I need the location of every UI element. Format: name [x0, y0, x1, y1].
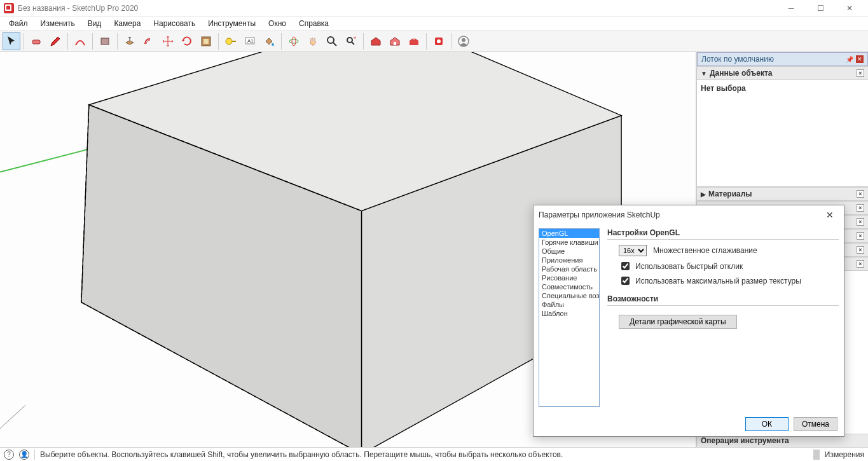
fast-feedback-label: Использовать быстрый отклик: [635, 262, 743, 271]
menu-bar: ФайлИзменитьВидКамераНарисоватьИнструмен…: [0, 17, 868, 31]
svg-rect-2: [101, 38, 109, 45]
fast-feedback-checkbox[interactable]: [621, 262, 630, 270]
svg-point-12: [347, 38, 352, 43]
measurements-label: Измерения: [825, 450, 864, 459]
ok-button[interactable]: ОК: [745, 417, 789, 431]
pref-cat-специальные-возможности[interactable]: Специальные возможности: [539, 291, 599, 300]
panel-close[interactable]: ×: [857, 246, 864, 254]
close-button[interactable]: ✕: [835, 0, 864, 17]
menu-окно[interactable]: Окно: [263, 18, 291, 29]
menu-инструменты[interactable]: Инструменты: [203, 18, 261, 29]
svg-point-9: [289, 39, 298, 43]
chevron-down-icon: ▼: [701, 70, 707, 77]
pref-categories-list[interactable]: OpenGLГорячие клавишиОбщиеПриложенияРабо…: [539, 228, 600, 407]
tool-scale[interactable]: [197, 32, 215, 50]
pin-icon[interactable]: 📌: [846, 56, 853, 63]
svg-point-8: [272, 43, 274, 46]
svg-rect-4: [203, 39, 209, 44]
menu-справка[interactable]: Справка: [294, 18, 334, 29]
maximize-button[interactable]: ☐: [806, 0, 835, 17]
window-title: Без названия - SketchUp Pro 2020: [18, 4, 138, 13]
svg-rect-0: [32, 40, 40, 44]
tool-pushpull[interactable]: [121, 32, 139, 50]
tray-close-button[interactable]: ✕: [856, 55, 864, 63]
pref-cat-файлы[interactable]: Файлы: [539, 300, 599, 309]
menu-файл[interactable]: Файл: [4, 18, 33, 29]
panel-close[interactable]: ×: [857, 260, 864, 268]
title-bar: Без названия - SketchUp Pro 2020 ─ ☐ ✕: [0, 0, 868, 17]
svg-point-5: [226, 38, 232, 45]
tool-zoom[interactable]: [323, 32, 341, 50]
opengl-section-title: Настройки OpenGL: [607, 228, 839, 240]
tool-paint[interactable]: [260, 32, 278, 50]
tray-title-label: Лоток по умолчанию: [701, 55, 774, 64]
app-icon: [4, 3, 14, 13]
panel-entity-label: Данные объекта: [710, 69, 773, 78]
main-toolbar: A1: [0, 31, 868, 52]
geo-icon[interactable]: 👤: [19, 450, 29, 460]
panel-close[interactable]: ×: [857, 204, 864, 212]
pref-cat-приложения[interactable]: Приложения: [539, 256, 599, 265]
tool-account[interactable]: [455, 32, 472, 50]
tool-offset[interactable]: [140, 32, 158, 50]
svg-point-17: [462, 38, 465, 42]
menu-изменить[interactable]: Изменить: [36, 18, 80, 29]
svg-rect-13: [394, 42, 396, 45]
tool-share[interactable]: [405, 32, 423, 50]
tool-zoom-extents[interactable]: [342, 32, 360, 50]
tray-title[interactable]: Лоток по умолчанию 📌 ✕: [697, 52, 868, 66]
svg-point-11: [327, 37, 334, 43]
panel-collapsed-0[interactable]: ▶Материалы×: [697, 187, 868, 201]
panel-close[interactable]: ×: [857, 232, 864, 240]
no-selection-label: Нет выбора: [701, 84, 864, 93]
tool-warehouse2[interactable]: [386, 32, 404, 50]
panel-entity-header[interactable]: ▼ Данные объекта ×: [697, 66, 868, 80]
status-hint: Выберите объекты. Воспользуйтесь клавише…: [40, 450, 563, 459]
pref-cat-рисование[interactable]: Рисование: [539, 273, 599, 282]
status-bar: ? 👤 Выберите объекты. Воспользуйтесь кла…: [0, 447, 868, 461]
pref-cat-шаблон[interactable]: Шаблон: [539, 309, 599, 318]
tool-warehouse[interactable]: [367, 32, 385, 50]
multisample-label: Множественное сглаживание: [653, 246, 757, 255]
cancel-button[interactable]: Отмена: [794, 417, 837, 431]
panel-close[interactable]: ×: [857, 218, 864, 226]
menu-камера[interactable]: Камера: [109, 18, 146, 29]
pref-cat-opengl[interactable]: OpenGL: [539, 229, 599, 238]
tool-eraser[interactable]: [27, 32, 45, 50]
panel-entity-close[interactable]: ×: [857, 69, 864, 77]
tool-pencil[interactable]: [46, 32, 64, 50]
panel-entity-body: Нет выбора: [697, 80, 868, 187]
capabilities-title: Возможности: [607, 294, 839, 306]
help-icon[interactable]: ?: [4, 450, 14, 460]
dialog-titlebar[interactable]: Параметры приложения SketchUp ✕: [534, 205, 844, 224]
svg-point-10: [292, 37, 296, 46]
max-texture-checkbox[interactable]: [621, 277, 630, 285]
svg-text:A1: A1: [247, 38, 254, 44]
svg-point-15: [437, 39, 441, 43]
tool-rectangle[interactable]: [96, 32, 114, 50]
tool-text[interactable]: A1: [241, 32, 259, 50]
gpu-details-button[interactable]: Детали графической карты: [619, 315, 737, 329]
dialog-close-button[interactable]: ✕: [821, 206, 839, 224]
panel-close[interactable]: ×: [857, 190, 864, 198]
menu-вид[interactable]: Вид: [83, 18, 107, 29]
tool-extensions[interactable]: [430, 32, 448, 50]
tool-arc[interactable]: [71, 32, 89, 50]
minimize-button[interactable]: ─: [776, 0, 806, 17]
tool-rotate[interactable]: [178, 32, 196, 50]
menu-нарисовать[interactable]: Нарисовать: [148, 18, 200, 29]
tool-orbit[interactable]: [285, 32, 303, 50]
svg-line-19: [0, 405, 25, 440]
multisample-select[interactable]: 16x: [619, 245, 647, 256]
tool-tape[interactable]: [222, 32, 240, 50]
preferences-dialog: Параметры приложения SketchUp ✕ OpenGLГо…: [533, 205, 844, 437]
tool-move[interactable]: [159, 32, 177, 50]
pref-cat-совместимость[interactable]: Совместимость: [539, 282, 599, 291]
max-texture-label: Использовать максимальный размер текстур…: [635, 277, 801, 286]
tool-select[interactable]: [3, 32, 20, 50]
svg-line-18: [0, 147, 99, 172]
pref-cat-рабочая-область[interactable]: Рабочая область: [539, 265, 599, 273]
pref-cat-горячие-клавиши[interactable]: Горячие клавиши: [539, 238, 599, 247]
pref-cat-общие[interactable]: Общие: [539, 247, 599, 256]
tool-pan[interactable]: [304, 32, 322, 50]
